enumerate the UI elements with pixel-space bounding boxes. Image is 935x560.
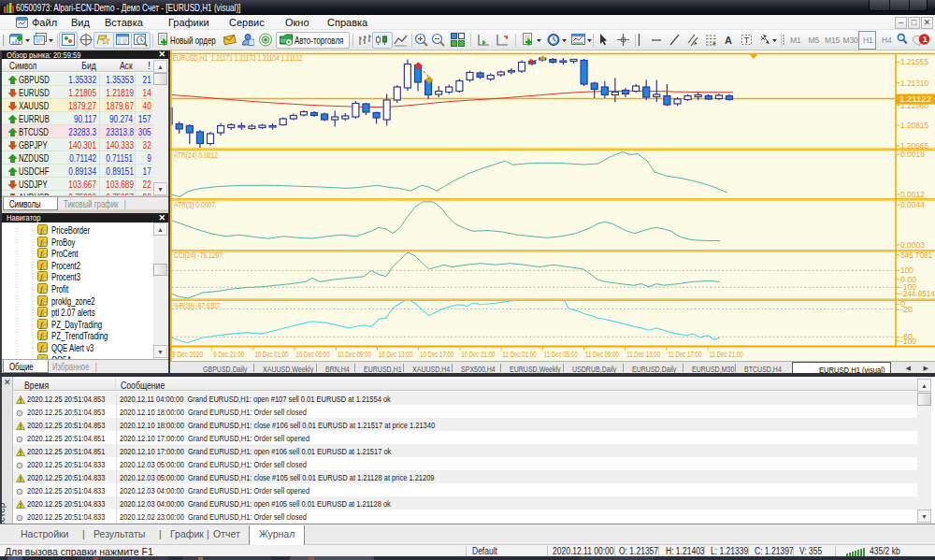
svg-text:10 Dec 21:00: 10 Dec 21:00 [461, 350, 495, 359]
svg-text:11 Dec 21:00: 11 Dec 21:00 [710, 350, 743, 359]
svg-text:0.0044: 0.0044 [900, 200, 925, 209]
svg-text:1: 1 [923, 35, 928, 44]
svg-text:10 Dec 01:00: 10 Dec 01:00 [254, 350, 288, 359]
svg-text:345.7081: 345.7081 [900, 251, 932, 260]
svg-text:A: A [725, 35, 732, 46]
svg-text:-100: -100 [900, 337, 916, 346]
svg-text:10 Dec 05:00: 10 Dec 05:00 [296, 350, 330, 359]
svg-text:100: 100 [900, 266, 913, 275]
svg-text:CCI(24) -76.1297: CCI(24) -76.1297 [174, 251, 223, 260]
svg-text:9 Dec 21:00: 9 Dec 21:00 [213, 350, 244, 359]
svg-text:10 Dec 13:00: 10 Dec 13:00 [379, 350, 412, 359]
svg-text:ATR(24) 0.0012: ATR(24) 0.0012 [174, 151, 218, 160]
svg-text:ATR(3) 0.0007: ATR(3) 0.0007 [174, 200, 215, 209]
svg-text:0.0018: 0.0018 [900, 150, 925, 159]
svg-text:0.0012: 0.0012 [900, 190, 925, 199]
svg-text:%R(28) -87.6307: %R(28) -87.6307 [174, 301, 220, 310]
svg-text:11 Dec 01:00: 11 Dec 01:00 [503, 350, 537, 359]
svg-text:EURUSD,H1 1.21171 1.21173 1.2: EURUSD,H1 1.21171 1.21173 1.21104 1.2112… [173, 52, 303, 63]
svg-text:1.21555: 1.21555 [900, 57, 928, 66]
svg-text:11 Dec 13:00: 11 Dec 13:00 [626, 350, 660, 359]
svg-text:-244.8514: -244.8514 [900, 289, 935, 298]
svg-text:11 Dec 05:00: 11 Dec 05:00 [544, 350, 578, 359]
svg-text:1.21122: 1.21122 [899, 94, 931, 104]
svg-text:-20: -20 [900, 305, 913, 314]
svg-text:T: T [744, 36, 750, 45]
svg-text:10 Dec 09:00: 10 Dec 09:00 [338, 350, 371, 359]
svg-text:10 Dec 17:00: 10 Dec 17:00 [420, 350, 453, 359]
svg-text:1.20815: 1.20815 [900, 121, 928, 130]
svg-text:0.0003: 0.0003 [900, 240, 925, 250]
svg-text:9 Dec 2020: 9 Dec 2020 [172, 350, 203, 359]
svg-text:11 Dec 09:00: 11 Dec 09:00 [585, 350, 619, 359]
svg-text:1.21310: 1.21310 [900, 79, 928, 88]
svg-text:11 Dec 17:00: 11 Dec 17:00 [668, 350, 701, 359]
